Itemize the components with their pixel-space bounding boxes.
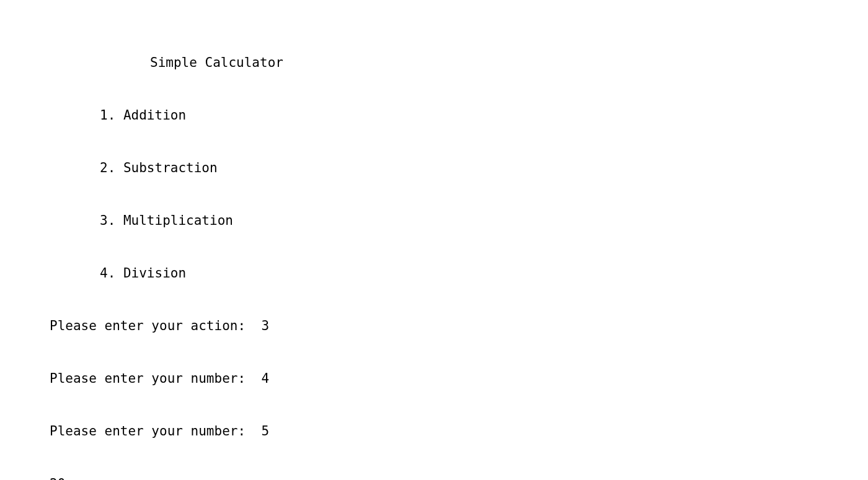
prompt-number-line: Please enter your number: 5 bbox=[0, 422, 868, 440]
menu-item-2: 2. Substraction bbox=[0, 159, 868, 177]
result-output: 20 bbox=[0, 475, 868, 480]
prompt-action-label: Please enter your action: bbox=[50, 318, 261, 333]
menu-item-1: 1. Addition bbox=[0, 107, 868, 124]
menu-item-4: 4. Division bbox=[0, 264, 868, 282]
app-title: Simple Calculator bbox=[0, 54, 868, 71]
number-input-value: 4 bbox=[261, 371, 269, 386]
prompt-number-label: Please enter your number: bbox=[50, 371, 261, 386]
action-input-value: 3 bbox=[261, 318, 269, 333]
number-input-value: 5 bbox=[261, 424, 269, 439]
menu-item-3: 3. Multiplication bbox=[0, 212, 868, 229]
terminal-output: Simple Calculator 1. Addition 2. Substra… bbox=[0, 1, 868, 480]
prompt-number-line: Please enter your number: 4 bbox=[0, 370, 868, 387]
prompt-action-line: Please enter your action: 3 bbox=[0, 317, 868, 334]
prompt-number-label: Please enter your number: bbox=[50, 424, 261, 439]
